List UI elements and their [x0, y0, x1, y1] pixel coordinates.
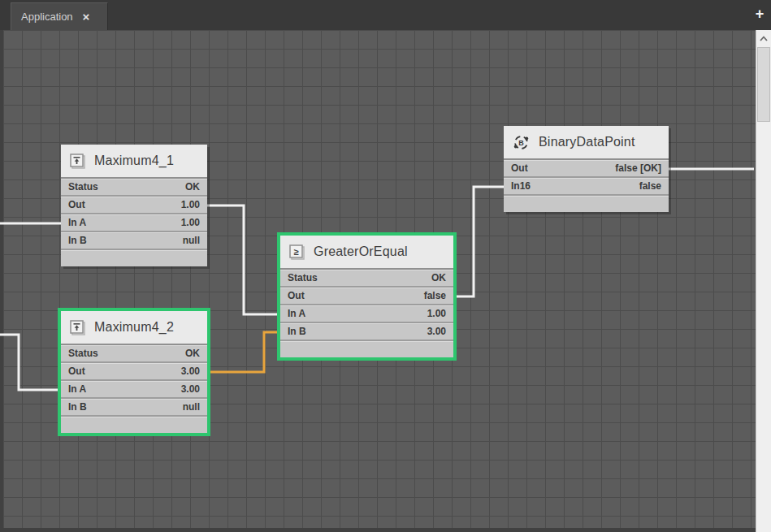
wire-sheet-canvas[interactable]: Maximum4_1 Status OK Out 1.00 In A 1.00 … — [0, 30, 756, 532]
pin-value: 1.00 — [427, 308, 446, 319]
pin-row-out[interactable]: Out false — [280, 288, 453, 305]
function-block-maximum4-2[interactable]: Maximum4_2 Status OK Out 3.00 In A 3.00 … — [61, 311, 207, 433]
pin-label: Out — [68, 199, 85, 210]
pin-label: Out — [288, 290, 305, 301]
pin-value: false — [639, 180, 661, 192]
block-footer — [504, 196, 669, 212]
pin-value: OK — [185, 181, 200, 192]
block-header[interactable]: Maximum4_2 — [61, 311, 207, 345]
pin-row-status[interactable]: Status OK — [280, 270, 453, 288]
wire-to-maximum4-2-inA[interactable] — [0, 335, 61, 390]
function-block-maximum4-1[interactable]: Maximum4_1 Status OK Out 1.00 In A 1.00 … — [61, 145, 207, 266]
pin-label: In16 — [511, 180, 531, 192]
pin-row-out[interactable]: Out false [OK] — [504, 160, 669, 178]
wire-maximum4-1-to-greaterorequal-inA[interactable] — [207, 205, 280, 314]
pin-label: Status — [68, 348, 98, 359]
pin-label: Out — [511, 162, 528, 174]
pin-value: 3.00 — [427, 326, 446, 337]
block-header[interactable]: Maximum4_1 — [61, 145, 207, 179]
pin-value: OK — [431, 272, 446, 283]
pin-row-inB[interactable]: In B 3.00 — [280, 323, 453, 341]
binary-data-point-icon: B — [513, 134, 530, 151]
block-title: Maximum4_1 — [94, 154, 174, 168]
pin-row-inB[interactable]: In B null — [61, 399, 207, 417]
pin-value: false — [424, 290, 446, 301]
block-footer — [61, 417, 207, 433]
scrollbar-thumb[interactable] — [757, 47, 770, 122]
pin-row-out[interactable]: Out 1.00 — [61, 197, 207, 214]
pin-value: 1.00 — [181, 217, 200, 228]
tab-close-icon[interactable]: × — [83, 11, 90, 23]
block-title: GreaterOrEqual — [314, 244, 408, 259]
chevron-up-icon — [760, 36, 768, 41]
pin-row-inB[interactable]: In B null — [61, 232, 207, 250]
pin-value: 3.00 — [181, 365, 200, 377]
new-tab-icon[interactable]: + — [752, 6, 767, 22]
svg-text:≥: ≥ — [293, 246, 298, 256]
pin-row-out[interactable]: Out 3.00 — [61, 363, 207, 381]
block-header[interactable]: ≥ GreaterOrEqual — [280, 236, 453, 270]
pin-label: In A — [288, 308, 305, 319]
block-footer — [280, 341, 453, 357]
tab-label: Application — [21, 11, 73, 23]
pin-row-inA[interactable]: In A 1.00 — [61, 214, 207, 232]
pin-label: In A — [68, 217, 86, 228]
pin-label: In B — [68, 401, 87, 413]
function-block-greaterorequal[interactable]: ≥ GreaterOrEqual Status OK Out false In … — [280, 236, 453, 357]
svg-text:B: B — [518, 139, 524, 147]
pin-value: 1.00 — [181, 199, 200, 210]
block-footer — [61, 250, 207, 266]
block-header[interactable]: B BinaryDataPoint — [504, 126, 669, 160]
maximum-icon — [70, 154, 85, 169]
pin-value: 3.00 — [181, 383, 200, 395]
pin-value: null — [183, 401, 200, 413]
pin-row-inA[interactable]: In A 3.00 — [61, 381, 207, 399]
block-title: BinaryDataPoint — [539, 135, 635, 149]
pin-row-status[interactable]: Status OK — [61, 345, 207, 363]
pin-value: false [OK] — [615, 162, 661, 174]
greater-or-equal-icon: ≥ — [289, 244, 305, 260]
tab-application[interactable]: Application × — [11, 2, 108, 30]
pin-value: null — [183, 235, 200, 246]
pin-label: In B — [288, 326, 306, 337]
tab-bar: Application × + — [0, 0, 771, 30]
pin-label: Status — [68, 181, 98, 192]
pin-value: OK — [185, 348, 200, 359]
wire-maximum4-2-to-greaterorequal-inB[interactable] — [210, 332, 280, 372]
maximum-icon — [70, 320, 85, 335]
scrollbar-up-button[interactable] — [756, 30, 771, 47]
pin-row-inA[interactable]: In A 1.00 — [280, 305, 453, 323]
pin-row-status[interactable]: Status OK — [61, 179, 207, 197]
pin-label: In B — [68, 235, 87, 246]
pin-label: In A — [68, 383, 86, 395]
vertical-scrollbar[interactable] — [756, 30, 771, 532]
block-title: Maximum4_2 — [94, 320, 174, 335]
function-block-binarydatapoint[interactable]: B BinaryDataPoint Out false [OK] In16 fa… — [504, 126, 669, 212]
pin-label: Out — [68, 365, 85, 377]
pin-label: Status — [288, 272, 318, 283]
wire-greaterorequal-to-binarydatapoint-in16[interactable] — [453, 187, 504, 296]
pin-row-in16[interactable]: In16 false — [504, 178, 669, 196]
